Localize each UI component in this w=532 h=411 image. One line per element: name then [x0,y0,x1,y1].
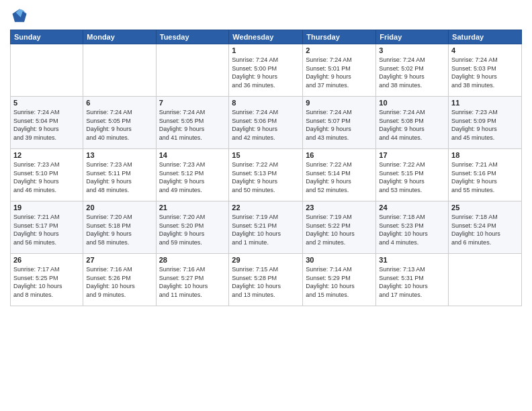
logo-icon [10,7,29,26]
day-info: Sunrise: 7:16 AM Sunset: 5:27 PM Dayligh… [159,265,226,299]
day-number: 15 [232,151,300,159]
day-number: 13 [86,151,152,159]
day-info: Sunrise: 7:22 AM Sunset: 5:15 PM Dayligh… [379,161,445,194]
day-number: 29 [232,256,300,264]
day-number: 18 [451,151,519,159]
day-info: Sunrise: 7:24 AM Sunset: 5:05 PM Dayligh… [159,108,226,142]
day-number: 10 [379,99,445,107]
day-info: Sunrise: 7:24 AM Sunset: 5:03 PM Dayligh… [451,56,519,89]
calendar-cell: 19Sunrise: 7:21 AM Sunset: 5:17 PM Dayli… [11,201,83,254]
weekday-header-thursday: Thursday [303,30,376,44]
calendar-cell [449,254,522,306]
calendar-cell: 21Sunrise: 7:20 AM Sunset: 5:20 PM Dayli… [156,201,229,254]
day-info: Sunrise: 7:24 AM Sunset: 5:00 PM Dayligh… [232,56,300,89]
day-number: 16 [306,151,373,159]
calendar-cell: 28Sunrise: 7:16 AM Sunset: 5:27 PM Dayli… [156,254,229,306]
day-info: Sunrise: 7:23 AM Sunset: 5:11 PM Dayligh… [86,161,152,194]
weekday-header-tuesday: Tuesday [156,30,229,44]
day-number: 28 [159,256,226,264]
day-number: 14 [159,151,226,159]
week-row-5: 26Sunrise: 7:17 AM Sunset: 5:25 PM Dayli… [11,254,522,306]
week-row-2: 5Sunrise: 7:24 AM Sunset: 5:04 PM Daylig… [11,97,522,149]
calendar-cell: 9Sunrise: 7:24 AM Sunset: 5:07 PM Daylig… [303,97,376,149]
calendar-cell: 31Sunrise: 7:13 AM Sunset: 5:31 PM Dayli… [376,254,449,306]
day-info: Sunrise: 7:19 AM Sunset: 5:22 PM Dayligh… [306,213,373,246]
day-number: 21 [159,203,226,212]
calendar-cell: 30Sunrise: 7:14 AM Sunset: 5:29 PM Dayli… [303,254,376,306]
calendar-cell: 13Sunrise: 7:23 AM Sunset: 5:11 PM Dayli… [83,149,156,201]
day-info: Sunrise: 7:24 AM Sunset: 5:04 PM Dayligh… [13,108,80,142]
calendar-cell: 11Sunrise: 7:23 AM Sunset: 5:09 PM Dayli… [449,97,522,149]
logo [10,7,32,26]
day-info: Sunrise: 7:23 AM Sunset: 5:09 PM Dayligh… [451,108,519,142]
day-info: Sunrise: 7:22 AM Sunset: 5:14 PM Dayligh… [306,161,373,194]
day-info: Sunrise: 7:14 AM Sunset: 5:29 PM Dayligh… [306,265,373,299]
day-info: Sunrise: 7:17 AM Sunset: 5:25 PM Dayligh… [13,265,80,299]
calendar: SundayMondayTuesdayWednesdayThursdayFrid… [10,30,522,306]
calendar-cell: 17Sunrise: 7:22 AM Sunset: 5:15 PM Dayli… [376,149,449,201]
weekday-header-monday: Monday [83,30,156,44]
day-number: 27 [86,256,152,264]
week-row-4: 19Sunrise: 7:21 AM Sunset: 5:17 PM Dayli… [11,201,522,254]
week-row-1: 1Sunrise: 7:24 AM Sunset: 5:00 PM Daylig… [11,44,522,97]
weekday-header-wednesday: Wednesday [229,30,303,44]
day-info: Sunrise: 7:24 AM Sunset: 5:06 PM Dayligh… [232,108,300,142]
day-number: 17 [379,151,445,159]
calendar-cell: 14Sunrise: 7:23 AM Sunset: 5:12 PM Dayli… [156,149,229,201]
calendar-cell: 24Sunrise: 7:18 AM Sunset: 5:23 PM Dayli… [376,201,449,254]
day-number: 4 [451,46,519,54]
day-number: 7 [159,99,226,107]
day-info: Sunrise: 7:21 AM Sunset: 5:17 PM Dayligh… [13,213,80,246]
calendar-cell: 15Sunrise: 7:22 AM Sunset: 5:13 PM Dayli… [229,149,303,201]
day-info: Sunrise: 7:23 AM Sunset: 5:12 PM Dayligh… [159,161,226,194]
calendar-cell: 20Sunrise: 7:20 AM Sunset: 5:18 PM Dayli… [83,201,156,254]
calendar-cell: 18Sunrise: 7:21 AM Sunset: 5:16 PM Dayli… [449,149,522,201]
calendar-cell: 3Sunrise: 7:24 AM Sunset: 5:02 PM Daylig… [376,44,449,97]
day-number: 19 [13,203,80,212]
day-number: 8 [232,99,300,107]
calendar-cell: 27Sunrise: 7:16 AM Sunset: 5:26 PM Dayli… [83,254,156,306]
day-number: 1 [232,46,300,54]
day-number: 23 [306,203,373,212]
day-info: Sunrise: 7:21 AM Sunset: 5:16 PM Dayligh… [451,161,519,194]
header [10,7,522,26]
day-info: Sunrise: 7:23 AM Sunset: 5:10 PM Dayligh… [13,161,80,194]
calendar-cell: 29Sunrise: 7:15 AM Sunset: 5:28 PM Dayli… [229,254,303,306]
day-info: Sunrise: 7:20 AM Sunset: 5:20 PM Dayligh… [159,213,226,246]
day-info: Sunrise: 7:24 AM Sunset: 5:08 PM Dayligh… [379,108,445,142]
calendar-cell: 2Sunrise: 7:24 AM Sunset: 5:01 PM Daylig… [303,44,376,97]
day-number: 26 [13,256,80,264]
calendar-cell: 25Sunrise: 7:18 AM Sunset: 5:24 PM Dayli… [449,201,522,254]
day-info: Sunrise: 7:24 AM Sunset: 5:05 PM Dayligh… [86,108,152,142]
day-info: Sunrise: 7:18 AM Sunset: 5:23 PM Dayligh… [379,213,445,246]
calendar-cell: 23Sunrise: 7:19 AM Sunset: 5:22 PM Dayli… [303,201,376,254]
day-number: 2 [306,46,373,54]
day-info: Sunrise: 7:20 AM Sunset: 5:18 PM Dayligh… [86,213,152,246]
day-number: 30 [306,256,373,264]
day-info: Sunrise: 7:24 AM Sunset: 5:07 PM Dayligh… [306,108,373,142]
calendar-cell: 12Sunrise: 7:23 AM Sunset: 5:10 PM Dayli… [11,149,83,201]
day-number: 24 [379,203,445,212]
day-info: Sunrise: 7:13 AM Sunset: 5:31 PM Dayligh… [379,265,445,299]
day-number: 25 [451,203,519,212]
day-info: Sunrise: 7:18 AM Sunset: 5:24 PM Dayligh… [451,213,519,246]
day-number: 31 [379,256,445,264]
page: SundayMondayTuesdayWednesdayThursdayFrid… [0,0,532,411]
day-number: 9 [306,99,373,107]
day-number: 6 [86,99,152,107]
weekday-header-row: SundayMondayTuesdayWednesdayThursdayFrid… [11,30,522,44]
weekday-header-sunday: Sunday [11,30,83,44]
calendar-cell [83,44,156,97]
day-info: Sunrise: 7:22 AM Sunset: 5:13 PM Dayligh… [232,161,300,194]
day-number: 22 [232,203,300,212]
day-info: Sunrise: 7:16 AM Sunset: 5:26 PM Dayligh… [86,265,152,299]
day-number: 3 [379,46,445,54]
calendar-cell: 8Sunrise: 7:24 AM Sunset: 5:06 PM Daylig… [229,97,303,149]
day-number: 11 [451,99,519,107]
calendar-cell: 10Sunrise: 7:24 AM Sunset: 5:08 PM Dayli… [376,97,449,149]
calendar-cell: 16Sunrise: 7:22 AM Sunset: 5:14 PM Dayli… [303,149,376,201]
day-info: Sunrise: 7:15 AM Sunset: 5:28 PM Dayligh… [232,265,300,299]
day-info: Sunrise: 7:24 AM Sunset: 5:02 PM Dayligh… [379,56,445,89]
calendar-cell [156,44,229,97]
day-info: Sunrise: 7:19 AM Sunset: 5:21 PM Dayligh… [232,213,300,246]
